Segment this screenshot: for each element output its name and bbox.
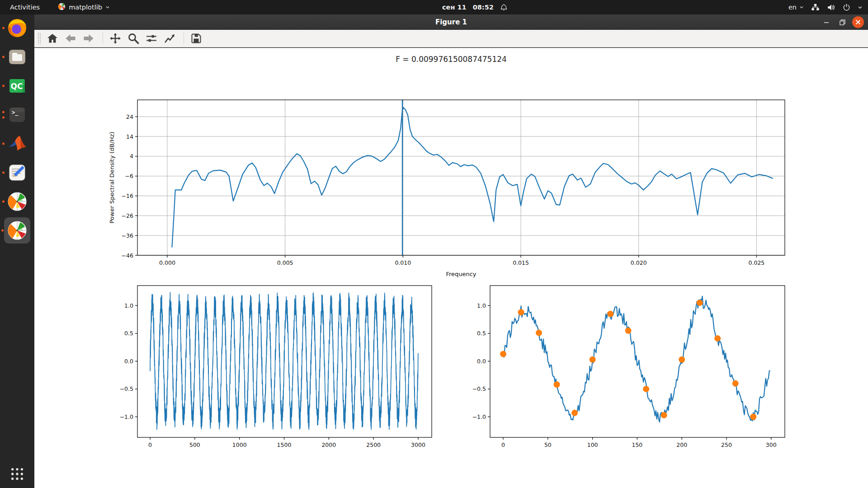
- toolbar-grip[interactable]: [38, 33, 42, 44]
- svg-text:0.015: 0.015: [513, 259, 529, 266]
- close-icon: [855, 19, 861, 25]
- firefox-icon: [7, 18, 27, 38]
- back-arrow-icon: [65, 33, 76, 44]
- keyboard-layout-indicator[interactable]: en: [788, 4, 804, 11]
- svg-text:200: 200: [676, 441, 687, 448]
- svg-text:0: 0: [501, 441, 505, 448]
- svg-text:0.5: 0.5: [124, 330, 133, 337]
- svg-text:−1.0: −1.0: [472, 413, 486, 420]
- svg-text:−1.0: −1.0: [120, 413, 133, 420]
- figure-window: Figure 1: [34, 14, 868, 488]
- full-signal-chart: 0500100015002000250030001.00.50.0−0.5−1.…: [120, 286, 432, 448]
- edit-plot-button[interactable]: [161, 31, 178, 46]
- dock-item-qc[interactable]: QC: [6, 75, 28, 97]
- running-indicator-dot: [2, 111, 5, 113]
- svg-text:0.0: 0.0: [477, 358, 486, 365]
- volume-icon: [827, 4, 835, 11]
- svg-text:4: 4: [130, 153, 133, 160]
- svg-text:24: 24: [126, 113, 133, 120]
- activities-label: Activities: [10, 4, 40, 11]
- running-indicator-dot: [2, 56, 5, 58]
- window-titlebar[interactable]: Figure 1: [34, 14, 868, 30]
- system-status-area[interactable]: en: [788, 0, 865, 14]
- svg-text:1500: 1500: [277, 441, 292, 448]
- dock-item-matplotlib-active[interactable]: [4, 217, 30, 244]
- svg-text:0.025: 0.025: [749, 259, 765, 266]
- svg-text:150: 150: [632, 441, 642, 448]
- text-editor-icon: [7, 163, 27, 183]
- forward-arrow-icon: [83, 33, 94, 44]
- svg-text:−26: −26: [122, 212, 133, 219]
- svg-text:3000: 3000: [411, 441, 425, 448]
- show-applications-button[interactable]: [9, 466, 25, 483]
- zoom-button[interactable]: [125, 31, 142, 46]
- running-indicator-dot: [2, 201, 5, 203]
- minimize-button[interactable]: [821, 16, 832, 28]
- dock-item-text-editor[interactable]: [6, 162, 28, 183]
- psd-chart: 0.0000.0050.0100.0150.0200.02524144−6−16…: [108, 100, 785, 277]
- restore-button[interactable]: [836, 16, 848, 28]
- power-icon: [843, 4, 850, 11]
- dock-item-matplotlib[interactable]: [6, 191, 28, 212]
- clock-button[interactable]: сен 11 08:52: [442, 0, 508, 14]
- svg-text:1000: 1000: [232, 441, 247, 448]
- keyboard-layout-label: en: [788, 4, 797, 11]
- figure-canvas[interactable]: F = 0.009976150087475124 0.0000.0050.010…: [34, 48, 868, 488]
- chevron-down-icon: [799, 5, 804, 9]
- matplotlib-icon: [7, 221, 27, 240]
- svg-text:50: 50: [544, 441, 552, 448]
- matplotlib-logo-icon: [58, 3, 66, 12]
- close-button[interactable]: [852, 16, 864, 28]
- svg-text:−36: −36: [122, 232, 133, 239]
- forward-button[interactable]: [80, 31, 97, 46]
- restore-icon: [839, 19, 846, 26]
- svg-text:2000: 2000: [321, 441, 336, 448]
- matlab-icon: [7, 134, 27, 154]
- activities-button[interactable]: Activities: [7, 0, 42, 14]
- matplotlib-icon: [7, 192, 27, 211]
- svg-text:1.0: 1.0: [124, 302, 133, 309]
- pan-icon: [109, 33, 121, 44]
- running-indicator-dot: [2, 172, 5, 174]
- home-button[interactable]: [44, 31, 61, 46]
- chevron-down-icon: [105, 5, 110, 9]
- dock-item-firefox[interactable]: [6, 17, 28, 39]
- svg-text:2500: 2500: [366, 441, 381, 448]
- save-button[interactable]: [188, 31, 204, 46]
- back-button[interactable]: [62, 31, 79, 46]
- svg-text:0.020: 0.020: [631, 259, 647, 266]
- app-menu-button[interactable]: matplotlib: [55, 0, 113, 14]
- top-bar: Activities matplotlib: [0, 0, 868, 14]
- toolbar-separator: [103, 33, 103, 44]
- svg-text:−16: −16: [122, 192, 133, 199]
- file-manager-icon: [7, 47, 27, 67]
- sliders-icon: [146, 33, 157, 44]
- clock-time: 08:52: [473, 4, 494, 11]
- running-indicator-dot: [1, 230, 4, 232]
- svg-text:0.005: 0.005: [277, 259, 293, 266]
- dock-item-terminal[interactable]: >_: [6, 104, 28, 126]
- save-floppy-icon: [190, 33, 202, 44]
- svg-text:>_: >_: [12, 109, 19, 116]
- notification-bell-icon: [500, 4, 508, 11]
- app-menu-label: matplotlib: [69, 4, 102, 11]
- chevron-down-icon: [858, 5, 863, 10]
- svg-text:0.010: 0.010: [395, 259, 411, 266]
- toolbar-separator: [184, 33, 184, 44]
- svg-text:0.0: 0.0: [124, 358, 133, 365]
- svg-text:0: 0: [148, 441, 152, 448]
- dock-item-matlab[interactable]: [6, 133, 28, 155]
- svg-text:100: 100: [587, 441, 598, 448]
- svg-text:1.0: 1.0: [477, 302, 486, 309]
- svg-text:300: 300: [766, 441, 777, 448]
- svg-text:−6: −6: [125, 173, 133, 179]
- svg-text:14: 14: [126, 133, 133, 140]
- figure-plot-area[interactable]: 0.0000.0050.0100.0150.0200.02524144−6−16…: [34, 48, 868, 488]
- pan-button[interactable]: [107, 31, 123, 46]
- dock: QC >_: [0, 14, 34, 488]
- qc-app-icon: QC: [7, 76, 27, 96]
- svg-text:−0.5: −0.5: [120, 385, 133, 392]
- dock-item-file-manager[interactable]: [6, 46, 28, 68]
- subplots-config-button[interactable]: [143, 31, 160, 46]
- figure-toolbar: [34, 30, 868, 47]
